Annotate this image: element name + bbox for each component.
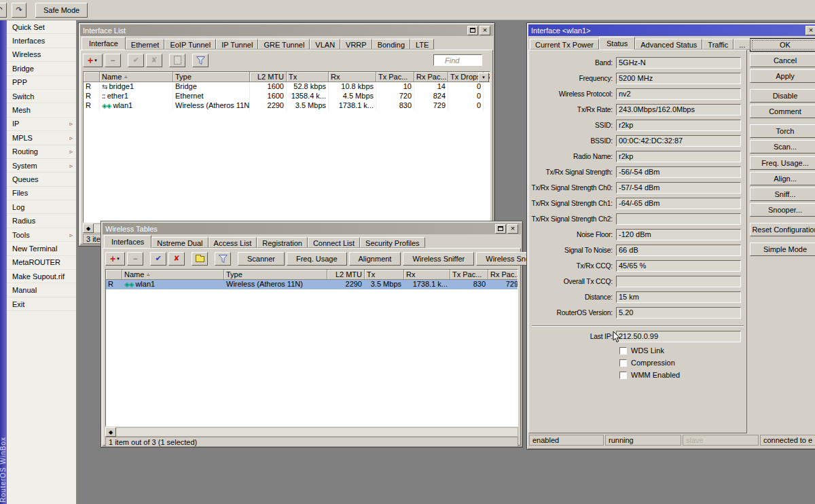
- maximize-button[interactable]: [467, 26, 478, 35]
- tab-vrrp[interactable]: VRRP: [340, 39, 372, 50]
- txrx-ccq-field[interactable]: 45/65 %: [616, 260, 741, 272]
- frequency-field[interactable]: 5200 MHz: [616, 73, 741, 84]
- tab-access-list[interactable]: Access List: [209, 237, 257, 248]
- tab-ip-tunnel[interactable]: IP Tunnel: [216, 39, 258, 50]
- freq-usage-button[interactable]: Freq. Usage: [287, 252, 347, 266]
- compression-checkbox[interactable]: [619, 359, 627, 367]
- wireless-protocol-field[interactable]: nv2: [616, 88, 741, 100]
- undo-button[interactable]: ↶: [0, 3, 7, 18]
- routeros-version-field[interactable]: 5.20: [616, 307, 741, 319]
- sidebar-item-radius[interactable]: Radius: [7, 214, 76, 228]
- table-row-bridge1[interactable]: R ⇆bridge1 Bridge 1600 52.8 kbps 10.8 kb…: [84, 82, 490, 92]
- sidebar-item-new-terminal[interactable]: New Terminal: [7, 242, 76, 255]
- last-ip-field[interactable]: 212.50.0.99: [616, 331, 741, 342]
- tab-interfaces[interactable]: Interfaces: [104, 235, 151, 248]
- column-header-l2mtu[interactable]: L2 MTU: [250, 72, 287, 82]
- apply-button[interactable]: Apply: [750, 69, 815, 83]
- sidebar-item-interfaces[interactable]: Interfaces: [7, 34, 76, 48]
- remove-button[interactable]: −: [127, 252, 143, 266]
- disable-button[interactable]: ✘: [168, 252, 185, 266]
- tab-gre-tunnel[interactable]: GRE Tunnel: [258, 39, 310, 50]
- sidebar-item-queues[interactable]: Queues: [7, 173, 76, 186]
- column-header-name[interactable]: Name▵: [100, 72, 173, 82]
- distance-field[interactable]: 15 km: [616, 291, 741, 303]
- txrx-rate-field[interactable]: 243.0Mbps/162.0Mbps: [616, 104, 741, 115]
- column-header-tx-packet[interactable]: Tx Pac...: [450, 270, 488, 280]
- tab-connect-list[interactable]: Connect List: [308, 237, 360, 248]
- radio-name-field[interactable]: r2kp: [616, 151, 741, 162]
- tab-bonding[interactable]: Bonding: [372, 39, 410, 50]
- snooper-button[interactable]: Snooper...: [750, 203, 815, 217]
- scroll-track[interactable]: [116, 427, 518, 437]
- sidebar-item-wireless[interactable]: Wireless: [7, 48, 76, 62]
- sidebar-item-exit[interactable]: Exit: [7, 298, 76, 311]
- sidebar-item-files[interactable]: Files: [7, 187, 76, 200]
- wireless-tables-titlebar[interactable]: Wireless Tables ×: [103, 223, 521, 234]
- signal-strength-ch2-field[interactable]: [616, 213, 741, 225]
- tab-traffic[interactable]: Traffic: [702, 39, 734, 50]
- tab-vlan[interactable]: VLAN: [310, 39, 340, 50]
- column-header-flag[interactable]: [106, 270, 122, 280]
- ssid-field[interactable]: r2kp: [616, 120, 741, 131]
- tab-status[interactable]: Status: [599, 37, 635, 50]
- table-row-wlan1[interactable]: R ◈◈wlan1 Wireless (Atheros 11N) 2290 3.…: [84, 101, 490, 111]
- column-header-l2mtu[interactable]: L2 MTU: [327, 270, 365, 280]
- add-button[interactable]: +▼: [83, 54, 103, 67]
- sidebar-item-log[interactable]: Log: [7, 200, 76, 214]
- alignment-button[interactable]: Alignment: [349, 252, 401, 266]
- band-field[interactable]: 5GHz-N: [616, 57, 741, 69]
- find-box[interactable]: Find: [433, 54, 482, 66]
- tab-lte[interactable]: LTE: [410, 39, 434, 50]
- safe-mode-button[interactable]: Safe Mode: [35, 3, 88, 18]
- scan-button[interactable]: Scan...: [750, 140, 815, 154]
- scroll-left-button[interactable]: ◆: [83, 223, 94, 233]
- bssid-field[interactable]: 00:0C:42:DC:32:87: [616, 135, 741, 147]
- disable-button[interactable]: Disable: [750, 89, 815, 103]
- column-header-type[interactable]: Type: [173, 72, 250, 82]
- tab-security-profiles[interactable]: Security Profiles: [360, 237, 424, 248]
- freq-usage-button[interactable]: Freq. Usage...: [750, 156, 815, 170]
- signal-to-noise-field[interactable]: 66 dB: [616, 245, 741, 256]
- add-button[interactable]: +▼: [105, 252, 125, 266]
- column-header-rx-packet[interactable]: Rx Pac...: [488, 270, 518, 280]
- column-header-rx[interactable]: Rx: [404, 270, 450, 280]
- scroll-left-button[interactable]: ◆: [105, 427, 116, 437]
- column-header-tx[interactable]: Tx: [287, 72, 329, 82]
- tab-ethernet[interactable]: Ethernet: [126, 39, 165, 50]
- simple-mode-button[interactable]: Simple Mode: [750, 242, 815, 256]
- signal-strength-ch0-field[interactable]: -57/-54 dBm: [616, 182, 741, 194]
- close-button[interactable]: ×: [507, 224, 518, 234]
- cancel-button[interactable]: Cancel: [750, 54, 815, 67]
- sidebar-item-metarouter[interactable]: MetaROUTER: [7, 256, 76, 270]
- column-header-rx[interactable]: Rx: [329, 72, 376, 82]
- column-header-name[interactable]: Name▵: [122, 270, 224, 280]
- interface-list-titlebar[interactable]: Interface List ×: [80, 24, 493, 36]
- enable-button[interactable]: ✔: [128, 54, 144, 67]
- wireless-sniffer-button[interactable]: Wireless Sniffer: [403, 252, 474, 266]
- sidebar-item-mpls[interactable]: MPLS▹: [7, 131, 76, 145]
- tab-current-tx-power[interactable]: Current Tx Power: [530, 39, 599, 50]
- tab-advanced-status[interactable]: Advanced Status: [635, 39, 702, 50]
- signal-strength-field[interactable]: -56/-54 dBm: [616, 166, 741, 178]
- tab-interface[interactable]: Interface: [82, 37, 126, 50]
- column-header-type[interactable]: Type: [224, 270, 327, 280]
- sidebar-item-bridge[interactable]: Bridge: [7, 62, 76, 75]
- redo-button[interactable]: ↷: [12, 3, 26, 18]
- tab-more[interactable]: ...: [734, 39, 750, 50]
- column-header-flag[interactable]: [84, 72, 100, 82]
- torch-button[interactable]: Torch: [750, 124, 815, 138]
- overall-tx-ccq-field[interactable]: [616, 276, 741, 287]
- comment-button[interactable]: [169, 54, 185, 67]
- sidebar-item-ppp[interactable]: PPP: [7, 76, 76, 90]
- tab-nstreme-dual[interactable]: Nstreme Dual: [151, 237, 208, 248]
- sidebar-item-system[interactable]: System▹: [7, 159, 76, 173]
- wmm-enabled-checkbox[interactable]: [619, 372, 627, 379]
- wds-link-checkbox[interactable]: [619, 347, 627, 355]
- table-row-ether1[interactable]: R ::ether1 Ethernet 1600 1358.4 k... 4.5…: [84, 92, 490, 101]
- tab-eoip-tunnel[interactable]: EoIP Tunnel: [164, 39, 216, 50]
- sniff-button[interactable]: Sniff...: [750, 187, 815, 201]
- noise-floor-field[interactable]: -120 dBm: [616, 229, 741, 240]
- column-header-tx[interactable]: Tx: [365, 270, 404, 280]
- signal-strength-ch1-field[interactable]: -64/-65 dBm: [616, 198, 741, 209]
- tab-registration[interactable]: Registration: [257, 237, 308, 248]
